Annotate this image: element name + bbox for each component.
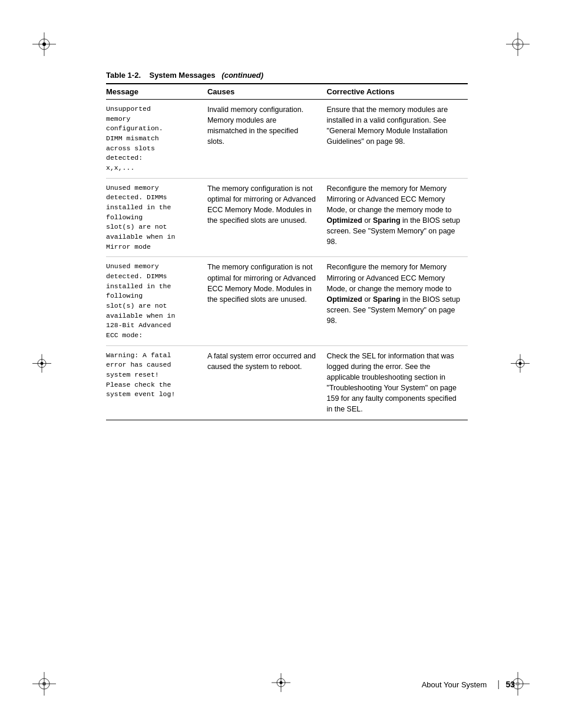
row4-actions: Check the SEL for information that was l… (327, 345, 468, 420)
row2-causes: The memory configuration is not optimal … (207, 178, 327, 257)
corner-mark-tr (506, 32, 530, 56)
footer-divider: | (497, 679, 500, 690)
table-row: Unsupported memory configuration. DIMM m… (106, 100, 468, 179)
table-row: Warning: A fatal error has caused system… (106, 345, 468, 420)
left-center-mark (32, 354, 51, 374)
row3-actions: Reconfigure the memory for Memory Mirror… (327, 257, 468, 345)
row1-message: Unsupported memory configuration. DIMM m… (106, 100, 207, 179)
table-label: Table 1-2. (106, 71, 141, 80)
col-header-actions: Corrective Actions (327, 84, 468, 100)
row4-causes: A fatal system error occurred and caused… (207, 345, 327, 420)
svg-point-7 (516, 42, 520, 46)
system-messages-table: Message Causes Corrective Actions Unsupp… (106, 83, 468, 420)
row4-message: Warning: A fatal error has caused system… (106, 345, 207, 420)
footer-section-title: About Your System (422, 680, 487, 689)
svg-point-15 (516, 682, 520, 686)
svg-point-3 (42, 42, 46, 46)
svg-point-19 (280, 681, 283, 684)
row1-actions: Ensure that the memory modules are insta… (327, 100, 468, 179)
page-number: 53 (505, 680, 515, 689)
table-row: Unused memory detected. DIMMs installed … (106, 178, 468, 257)
svg-point-11 (42, 682, 46, 686)
bottom-center-mark (272, 673, 290, 694)
svg-point-23 (41, 362, 44, 365)
col-header-message: Message (106, 84, 207, 100)
table-header-row: Message Causes Corrective Actions (106, 84, 468, 100)
table-title: Table 1-2. System Messages (continued) (106, 71, 468, 80)
row3-message: Unused memory detected. DIMMs installed … (106, 257, 207, 345)
corner-mark-bl (32, 672, 56, 696)
table-text: System Messages (149, 71, 215, 80)
row1-causes: Invalid memory configuration. Memory mod… (207, 100, 327, 179)
table-row: Unused memory detected. DIMMs installed … (106, 257, 468, 345)
svg-point-27 (519, 362, 522, 365)
table-continued: (continued) (222, 71, 263, 80)
page: Table 1-2. System Messages (continued) M… (0, 0, 562, 728)
corner-mark-tl (32, 32, 56, 56)
row3-causes: The memory configuration is not optimal … (207, 257, 327, 345)
col-header-causes: Causes (207, 84, 327, 100)
right-center-mark (511, 354, 530, 374)
row2-actions: Reconfigure the memory for Memory Mirror… (327, 178, 468, 257)
main-content: Table 1-2. System Messages (continued) M… (106, 71, 468, 420)
row2-message: Unused memory detected. DIMMs installed … (106, 178, 207, 257)
